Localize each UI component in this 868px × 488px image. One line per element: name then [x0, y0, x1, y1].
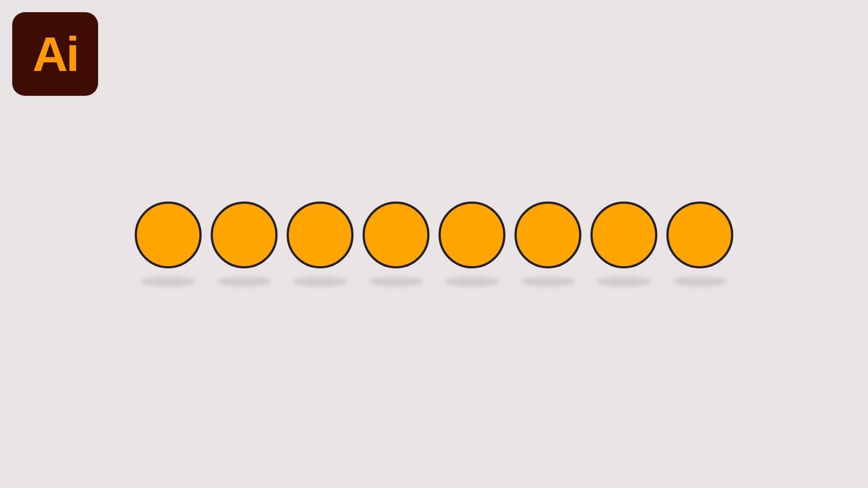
circle-4: [363, 202, 429, 268]
circle-shadow-5: [445, 277, 499, 286]
circle-item-5: [439, 202, 505, 286]
circle-shadow-4: [369, 277, 423, 286]
circle-5: [439, 202, 505, 268]
circle-shadow-7: [597, 277, 651, 286]
circle-item-8: [666, 202, 733, 286]
circle-shadow-6: [521, 277, 575, 286]
circle-shadow-3: [293, 277, 347, 286]
circle-item-6: [514, 202, 581, 286]
circle-2: [211, 202, 278, 268]
circle-shadow-8: [673, 277, 727, 286]
ai-logo: Ai: [12, 12, 98, 96]
circle-item-3: [287, 202, 354, 286]
circle-item-1: [135, 202, 202, 286]
circle-item-4: [363, 202, 429, 286]
circle-shadow-1: [141, 277, 195, 286]
circle-7: [590, 202, 657, 268]
circle-shadow-2: [217, 277, 271, 286]
circle-item-2: [211, 202, 278, 286]
circle-item-7: [590, 202, 657, 286]
circle-6: [514, 202, 581, 268]
circle-3: [287, 202, 354, 268]
circle-8: [666, 202, 733, 268]
ai-logo-text: Ai: [33, 30, 78, 79]
circle-1: [135, 202, 202, 268]
circles-container: [130, 202, 738, 286]
